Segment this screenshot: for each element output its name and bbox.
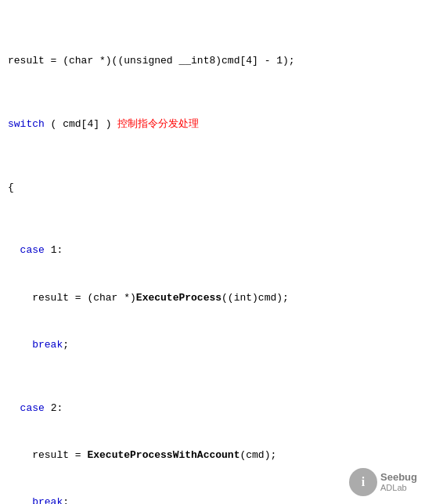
code-line-4: case 1:: [8, 243, 417, 258]
watermark-adlab: ADLab: [380, 483, 417, 493]
watermark-symbol: i: [362, 475, 365, 489]
code-line-1: result = (char *)((unsigned __int8)cmd[4…: [8, 53, 417, 69]
code-line-2: switch ( cmd[4] ) 控制指令分发处理: [8, 117, 417, 132]
watermark-label: Seebug ADLab: [380, 471, 417, 494]
watermark-icon: i: [349, 468, 377, 496]
code-block: result = (char *)((unsigned __int8)cmd[4…: [0, 0, 425, 504]
code-line-8: result = ExecuteProcessWithAccount(cmd);: [8, 448, 417, 463]
watermark-seebug: Seebug: [380, 471, 417, 484]
code-line-5: result = (char *)ExecuteProcess((int)cmd…: [8, 290, 417, 306]
code-line-9: break;: [8, 495, 417, 504]
code-line-3: {: [8, 180, 417, 196]
code-line-7: case 2:: [8, 401, 417, 416]
watermark: i Seebug ADLab: [349, 468, 417, 496]
code-line-6: break;: [8, 337, 417, 353]
